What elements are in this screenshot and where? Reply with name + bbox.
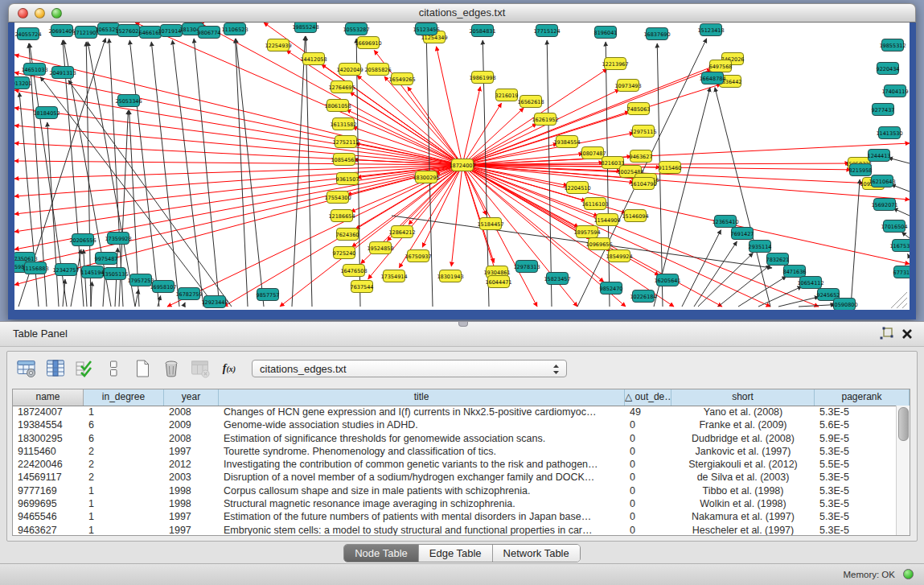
tab-network-table[interactable]: Network Table	[493, 545, 580, 562]
cell-title[interactable]: Structural magnetic resonance image aver…	[219, 497, 625, 510]
row-height-button[interactable]	[102, 358, 125, 379]
cell-out_degree[interactable]: 0	[625, 510, 671, 523]
graph-node[interactable]: 8215958	[849, 164, 873, 176]
minimize-window-button[interactable]	[35, 8, 45, 19]
graph-node[interactable]: 18301943	[437, 270, 463, 282]
column-header-in_degree[interactable]: in_degree	[84, 389, 164, 406]
graph-node[interactable]: 12365410	[712, 216, 738, 228]
cell-short[interactable]: de Silva et al. (2003)	[671, 471, 815, 484]
delete-trash-button[interactable]	[160, 358, 183, 379]
cell-in_degree[interactable]: 6	[84, 418, 164, 431]
column-header-year[interactable]: year	[164, 389, 219, 406]
cell-pagerank[interactable]: 5.3E-5	[815, 524, 897, 535]
graph-node[interactable]: 24055724	[14, 28, 41, 40]
graph-node[interactable]: 20691406	[48, 25, 75, 37]
graph-node[interactable]: 10553287	[343, 23, 369, 35]
cell-year[interactable]: 2009	[164, 418, 219, 431]
table-selector-dropdown[interactable]: citations_edges.txt	[252, 360, 567, 377]
cell-short[interactable]: Tibbo et al. (1998)	[671, 484, 815, 497]
graph-node[interactable]: 16476508	[340, 265, 367, 277]
cell-in_degree[interactable]: 2	[84, 445, 164, 458]
network-canvas[interactable]: 1872400714202049127646951806105816131582…	[14, 23, 910, 310]
graph-node[interactable]: 12752112	[332, 136, 359, 148]
graph-node[interactable]: 15123418	[697, 24, 724, 36]
graph-node[interactable]: 20491313	[49, 67, 76, 79]
cell-pagerank[interactable]: 5.3E-5	[815, 510, 897, 523]
graph-node[interactable]: 20585826	[364, 64, 391, 76]
delete-table-button[interactable]	[189, 358, 211, 379]
new-document-button[interactable]	[131, 358, 154, 379]
cell-out_degree[interactable]: 0	[625, 445, 671, 458]
graph-node[interactable]: 2935114	[749, 241, 772, 253]
cell-year[interactable]: 2012	[164, 458, 219, 471]
graph-node[interactable]: 18957594	[573, 226, 600, 238]
cell-year[interactable]: 1998	[164, 497, 219, 510]
function-builder-button[interactable]: f(x)	[218, 358, 240, 379]
column-header-out_degree[interactable]: △ out_de…	[625, 389, 671, 406]
graph-node[interactable]: 18549924	[606, 250, 632, 262]
graph-node[interactable]: 8471636	[783, 266, 807, 278]
close-window-button[interactable]	[18, 8, 28, 19]
graph-node[interactable]: 12764695	[328, 81, 355, 93]
graph-node[interactable]: 9725240	[333, 247, 356, 259]
cell-name[interactable]: 18300295	[13, 432, 84, 445]
graph-node[interactable]: 16210643	[869, 175, 895, 187]
graph-node[interactable]: 16696910	[355, 37, 381, 49]
cell-title[interactable]: Estimation of the future numbers of pati…	[219, 510, 625, 523]
graph-node[interactable]: 17715124	[533, 25, 560, 37]
cell-in_degree[interactable]: 1	[84, 406, 164, 418]
column-header-name[interactable]: name	[13, 389, 84, 406]
graph-node[interactable]: 9463627	[630, 150, 653, 163]
cell-out_degree[interactable]: 0	[625, 418, 671, 431]
graph-node[interactable]: 6773105	[893, 266, 910, 278]
graph-node[interactable]: 12864212	[388, 226, 415, 238]
tab-edge-table[interactable]: Edge Table	[419, 545, 493, 562]
cell-pagerank[interactable]: 5.3E-5	[815, 484, 897, 497]
cell-name[interactable]: 9777169	[13, 484, 84, 497]
graph-node[interactable]: 9975487	[95, 253, 118, 265]
graph-node[interactable]: 1145194	[81, 266, 105, 278]
cell-in_degree[interactable]: 1	[84, 484, 164, 497]
graph-node[interactable]: 10973493	[614, 80, 641, 92]
splitter-grip[interactable]	[458, 322, 468, 327]
graph-node[interactable]: 9115460	[659, 162, 682, 174]
cell-out_degree[interactable]: 0	[625, 524, 671, 535]
cell-out_degree[interactable]: 0	[625, 471, 671, 484]
cell-name[interactable]: 22420046	[13, 458, 84, 471]
graph-node[interactable]: 17404119	[881, 85, 908, 97]
graph-node[interactable]: 17359928	[105, 233, 131, 245]
graph-node[interactable]: 1244413	[868, 150, 891, 162]
graph-node[interactable]: 17016504	[881, 220, 907, 233]
cell-name[interactable]: 9115460	[13, 445, 84, 458]
select-columns-button[interactable]	[44, 358, 67, 379]
cell-name[interactable]: 9465546	[13, 510, 84, 523]
graph-node[interactable]: 14651033	[21, 64, 47, 76]
graph-node[interactable]: 18724007	[449, 159, 475, 171]
graph-node[interactable]: 14412058	[300, 53, 326, 65]
cell-name[interactable]: 14569117	[13, 471, 84, 484]
graph-node[interactable]: 10226184	[630, 290, 656, 303]
graph-node[interactable]: 7691427	[731, 228, 754, 240]
graph-node[interactable]: 7832621	[766, 253, 790, 266]
cell-out_degree[interactable]: 49	[625, 406, 671, 418]
graph-node[interactable]: 15823457	[544, 273, 570, 285]
cell-year[interactable]: 2008	[164, 432, 219, 445]
graph-node[interactable]: 10590800	[831, 299, 857, 311]
graph-node[interactable]: 16562618	[517, 96, 544, 108]
cell-in_degree[interactable]: 6	[84, 432, 164, 445]
cell-in_degree[interactable]: 1	[84, 497, 164, 510]
cell-pagerank[interactable]: 5.3E-5	[815, 445, 897, 458]
cell-short[interactable]: Dudbridge et al. (2008)	[671, 432, 815, 445]
graph-node[interactable]: 20206556	[69, 234, 96, 246]
window-titlebar[interactable]: citations_edges.txt	[8, 3, 916, 23]
graph-node[interactable]: 17354914	[380, 270, 407, 282]
graph-node[interactable]: 19384554	[553, 136, 580, 148]
cell-pagerank[interactable]: 5.3E-5	[815, 471, 897, 484]
select-rows-button[interactable]	[73, 358, 96, 379]
graph-node[interactable]: 16782759	[175, 288, 202, 300]
graph-node[interactable]: 12204510	[564, 182, 590, 194]
cell-name[interactable]: 18724007	[13, 406, 84, 418]
graph-node[interactable]: 25053346	[115, 95, 142, 107]
graph-node[interactable]: 7624360	[336, 229, 359, 241]
column-header-pagerank[interactable]: pagerank	[815, 389, 910, 406]
